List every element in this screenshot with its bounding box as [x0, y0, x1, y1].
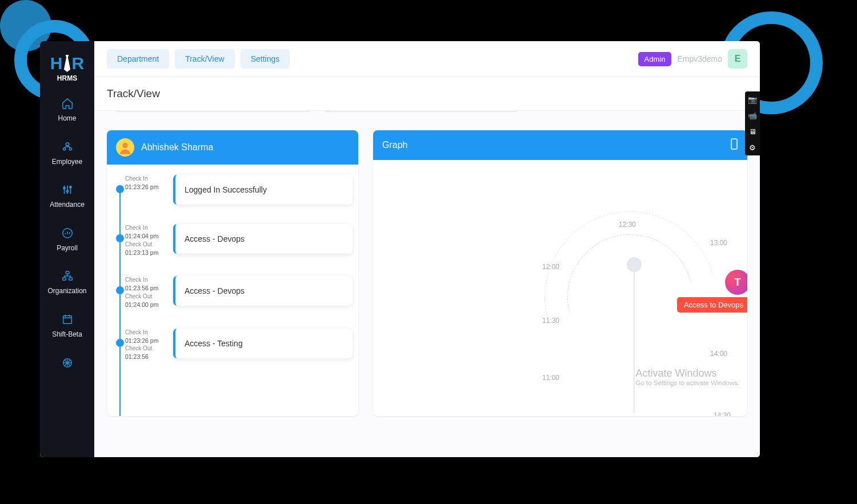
tick-label: 13:00	[710, 239, 727, 247]
brand-logo[interactable]: H R HRMS	[47, 48, 87, 88]
employee-card-header: Abhishek Sharma	[107, 130, 358, 165]
svg-point-5	[69, 186, 71, 188]
filter-row	[107, 111, 747, 122]
calendar-icon	[60, 312, 75, 327]
topbar-right: Admin Empv3demo E	[638, 49, 747, 69]
sidebar-item-shift[interactable]: Shift-Beta	[40, 304, 94, 347]
tab-department[interactable]: Department	[107, 49, 169, 69]
svg-rect-13	[731, 139, 737, 149]
tooltip-text: Access to Devops	[677, 297, 747, 313]
timeline-item: Check In 01:23:56 pm Check Out 01:24:00 …	[116, 276, 353, 309]
chart-icon	[60, 226, 75, 241]
app-window: H R HRMS Home Employee Attendance Payrol…	[40, 41, 760, 457]
brand-name: HRMS	[57, 74, 77, 82]
role-badge: Admin	[638, 52, 672, 66]
svg-rect-10	[63, 316, 71, 324]
graph-title: Graph	[382, 140, 407, 150]
sidebar-item-more[interactable]	[40, 347, 94, 382]
radial-needle	[634, 264, 635, 413]
tab-track-view[interactable]: Track/View	[175, 49, 234, 69]
sidebar-item-organization[interactable]: Organization	[40, 261, 94, 304]
sidebar-item-attendance[interactable]: Attendance	[40, 174, 94, 218]
logo-letter-h: H	[50, 54, 63, 73]
filter-box-1[interactable]	[116, 111, 310, 112]
top-tabs: Department Track/View Settings	[107, 49, 290, 69]
timeline-dot-icon	[116, 339, 124, 347]
tooltip-badge-icon: T	[725, 270, 747, 295]
page-title: Track/View	[94, 77, 760, 111]
graph-card-header: Graph	[373, 130, 747, 160]
svg-rect-9	[69, 278, 72, 281]
timeline-item: Check In 01:23:26 pm Logged In Successfu…	[116, 175, 353, 205]
radial-graph: 12:30 13:00 12:00 11:30 14:00 11:00 14:3…	[373, 160, 747, 411]
tab-settings[interactable]: Settings	[241, 49, 290, 69]
device-icon[interactable]	[730, 138, 738, 152]
sidebar-item-home[interactable]: Home	[40, 88, 94, 131]
svg-point-12	[122, 143, 127, 148]
screen-icon[interactable]: 🖥	[745, 123, 760, 139]
activity-timeline: Check In 01:23:26 pm Logged In Successfu…	[107, 165, 358, 416]
username: Empv3demo	[677, 54, 722, 63]
timeline-dot-icon	[116, 185, 124, 193]
svg-point-2	[69, 147, 71, 150]
sidebar-item-payroll[interactable]: Payroll	[40, 218, 94, 261]
tick-label: 12:00	[542, 263, 559, 271]
employee-name: Abhishek Sharma	[141, 142, 213, 153]
content: Abhishek Sharma Check In 01:23:26 pm Log…	[94, 111, 760, 457]
video-icon[interactable]: 📹	[745, 107, 760, 123]
employee-avatar	[116, 138, 134, 157]
home-icon	[60, 96, 75, 111]
timeline-dot-icon	[116, 286, 124, 294]
tick-label: 11:30	[542, 317, 559, 325]
timeline-event: Access - Devops	[173, 276, 353, 306]
timeline-item: Check In 01:23:26 pm Check Out 01:23:56 …	[116, 329, 353, 361]
sliders-icon	[60, 182, 75, 197]
graph-tooltip: T Access to Devops	[677, 270, 747, 313]
sidebar-item-employee[interactable]: Employee	[40, 131, 94, 175]
tick-label: 11:00	[542, 374, 559, 382]
filter-box-2[interactable]	[324, 111, 518, 112]
people-icon	[60, 139, 75, 154]
camera-icon[interactable]: 📷	[745, 91, 760, 107]
svg-rect-7	[66, 271, 69, 274]
employee-activity-card: Abhishek Sharma Check In 01:23:26 pm Log…	[107, 130, 358, 416]
topbar: Department Track/View Settings Admin Emp…	[94, 41, 760, 77]
org-icon	[60, 269, 75, 283]
gear-icon[interactable]: ⚙	[745, 139, 760, 155]
timeline-event: Logged In Successfully	[173, 175, 353, 205]
timeline-event: Access - Devops	[173, 224, 353, 254]
side-toolbar: 📷 📹 🖥 ⚙	[745, 91, 760, 155]
timeline-item: Check In 01:24:04 pm Check Out 01:23:13 …	[116, 224, 353, 257]
tick-label: 12:30	[619, 221, 636, 229]
radial-center	[627, 257, 642, 272]
tick-label: 14:30	[714, 411, 731, 416]
avatar[interactable]: E	[728, 49, 747, 69]
svg-rect-8	[62, 278, 66, 281]
tick-label: 14:00	[710, 350, 727, 358]
wheel-icon	[60, 355, 75, 370]
svg-point-3	[63, 187, 65, 189]
logo-tie-icon	[63, 55, 71, 72]
main-area: Department Track/View Settings Admin Emp…	[94, 41, 760, 457]
timeline-event: Access - Testing	[173, 329, 353, 358]
svg-point-1	[63, 147, 65, 150]
svg-point-4	[66, 190, 68, 192]
logo-letter-r: R	[72, 54, 85, 73]
sidebar: H R HRMS Home Employee Attendance Payrol…	[40, 41, 94, 457]
timeline-dot-icon	[116, 234, 124, 242]
windows-activation-watermark: Activate Windows Go to Settings to activ…	[635, 367, 739, 386]
graph-card: Graph 12:30 13:00 12:00 11:30 14:00 11	[373, 130, 747, 416]
